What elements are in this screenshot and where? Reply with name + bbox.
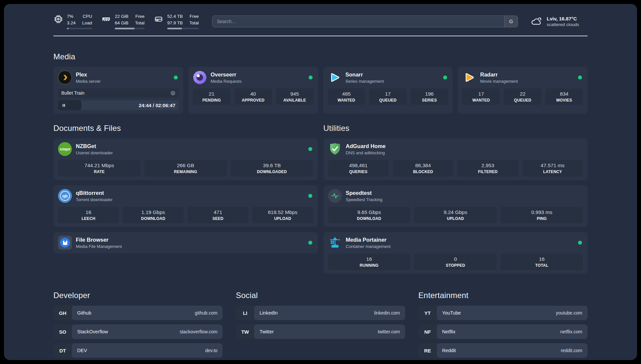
stat-value: 21 (194, 91, 229, 97)
stat-tile: 0 STOPPED (414, 254, 497, 270)
stat-label: DOWNLOADED (232, 169, 312, 174)
playback-progress-bar[interactable]: 24:44 / 02:06:47 (58, 100, 179, 110)
app-name: Plex (76, 72, 170, 78)
link-name: YouTube (442, 310, 461, 316)
qbittorrent-card[interactable]: qb qBittorrent Torrent downloader 16 LEE… (53, 185, 318, 227)
memory-total-label: Total (135, 20, 145, 26)
link-row-youtube[interactable]: YT YouTube youtube.com (418, 306, 588, 320)
stat-value: 0 (415, 256, 495, 262)
plex-card[interactable]: Plex Media server Bullet Train (53, 67, 183, 114)
stat-label: PENDING (194, 98, 229, 103)
cast-icon[interactable] (170, 91, 175, 96)
status-online-dot (308, 147, 312, 151)
plex-logo-icon (58, 71, 72, 84)
cloud-icon (530, 15, 542, 28)
app-desc: Media Requests (211, 79, 305, 84)
stat-label: RATE (59, 169, 139, 174)
link-row-reddit[interactable]: RE Reddit reddit.com (418, 343, 588, 358)
stat-value: 266 GB (146, 163, 226, 168)
stat-tile: 196 SERIES (411, 88, 448, 105)
search-bar: G (212, 15, 518, 27)
link-name: DEV (77, 348, 87, 353)
storage-metric: 52.4 TB 97.9 TB Free Total (154, 13, 199, 29)
adguard-card[interactable]: AdGuard Home DNS and adblocking 498,461 … (323, 138, 588, 180)
speedtest-card[interactable]: Speedtest Speedtest Tracking 9.65 Gbps D… (323, 185, 588, 227)
stat-value: 16 (329, 256, 409, 262)
app-name: Overseerr (211, 72, 305, 78)
stat-label: DOWNLOAD (329, 216, 409, 221)
stat-tile: 16 LEECH (58, 207, 119, 223)
cpu-metric: 7% 3.24 CPU Load (53, 13, 92, 29)
stat-tile: 945 AVAILABLE (276, 88, 314, 105)
app-desc: Container management (346, 244, 574, 249)
top-bar: 7% 3.24 CPU Load (53, 13, 588, 29)
link-row-github[interactable]: GH Github github.com (53, 306, 223, 320)
link-url: linkedin.com (374, 310, 400, 316)
status-online-dot (174, 76, 178, 79)
link-abbr: TW (236, 324, 254, 339)
stat-tile: 9.65 Gbps DOWNLOAD (328, 207, 411, 223)
stat-tile: 40 APPROVED (234, 88, 272, 105)
link-url: netflix.com (560, 329, 582, 334)
memory-total-value: 64 GiB (115, 20, 128, 26)
link-abbr: RE (418, 343, 437, 358)
stat-value: 945 (277, 91, 312, 97)
storage-free-value: 52.4 TB (167, 13, 183, 20)
stat-tile: 39.6 TB DOWNLOADED (231, 160, 313, 176)
link-url: twitter.com (378, 329, 400, 334)
app-desc: Movie management (480, 79, 574, 84)
app-name: AdGuard Home (346, 143, 583, 149)
storage-total-value: 97.9 TB (167, 20, 183, 26)
link-row-netflix[interactable]: NF Netflix netflix.com (418, 324, 588, 339)
portainer-card[interactable]: Media Portainer Container management 16 … (323, 232, 588, 274)
link-row-stackoverflow[interactable]: SO StackOverflow stackoverflow.com (53, 324, 223, 339)
status-online-dot (443, 76, 447, 79)
app-desc: Speedtest Tracking (346, 197, 583, 202)
stat-label: SERIES (412, 98, 447, 103)
stat-tile: 485 WANTED (328, 88, 365, 105)
nzbget-card[interactable]: nzbget NZBGet Usenet downloader 744.21 M… (53, 138, 318, 180)
dashboard-panel: 7% 3.24 CPU Load (4, 4, 637, 360)
cpu-load-value: 3.24 (67, 20, 76, 26)
stat-tile: 266 GB REMAINING (144, 160, 227, 176)
sonarr-card[interactable]: Sonarr Series management 485 WANTED 17 Q… (323, 67, 453, 114)
radarr-card[interactable]: Radarr Movie management 17 WANTED 22 QUE… (458, 67, 588, 114)
stat-label: WANTED (464, 98, 499, 103)
stat-tile: 9.24 Gbps UPLOAD (414, 207, 497, 223)
search-input[interactable] (212, 15, 518, 27)
link-url: dev.to (205, 348, 217, 353)
memory-free-label: Free (135, 13, 145, 20)
stat-label: WANTED (329, 98, 364, 103)
stat-label: FILTERED (459, 169, 517, 174)
search-engine-button[interactable]: G (504, 15, 518, 27)
link-url: reddit.com (561, 348, 582, 353)
link-abbr: GH (53, 306, 72, 320)
stat-label: QUEUED (370, 98, 405, 103)
stat-value: 16 (502, 256, 582, 262)
stat-tile: 744.21 Mbps RATE (58, 160, 140, 176)
stat-label: AVAILABLE (277, 98, 312, 103)
stat-label: STOPPED (415, 263, 495, 268)
pause-icon[interactable] (58, 103, 66, 108)
memory-progress-bar (115, 28, 144, 29)
stat-value: 86,384 (394, 163, 452, 168)
filebrowser-card[interactable]: File Browser Media File Management (53, 232, 318, 253)
radarr-logo-icon (462, 71, 476, 84)
app-name: Sonarr (346, 72, 440, 78)
link-row-twitter[interactable]: TW Twitter twitter.com (236, 324, 405, 339)
status-online-dot (308, 241, 312, 245)
overseerr-card[interactable]: Overseerr Media Requests 21 PENDING 40 A… (188, 67, 318, 114)
stat-tile: 834 MOVIES (545, 88, 583, 105)
utilities-section-title: Utilities (323, 124, 588, 133)
stat-value: 40 (236, 91, 271, 97)
playback-time: 24:44 / 02:06:47 (139, 103, 179, 108)
link-row-dev[interactable]: DT DEV dev.to (53, 343, 223, 358)
stat-label: BLOCKED (394, 169, 452, 174)
app-desc: Media server (76, 79, 170, 84)
storage-free-label: Free (189, 13, 199, 20)
link-row-linkedin[interactable]: LI LinkedIn linkedin.com (236, 306, 405, 320)
cpu-load-label: Load (82, 20, 92, 26)
nzbget-logo-text: nzbget (60, 147, 70, 151)
app-name: qBittorrent (76, 190, 304, 196)
adguard-logo-icon (328, 142, 342, 156)
